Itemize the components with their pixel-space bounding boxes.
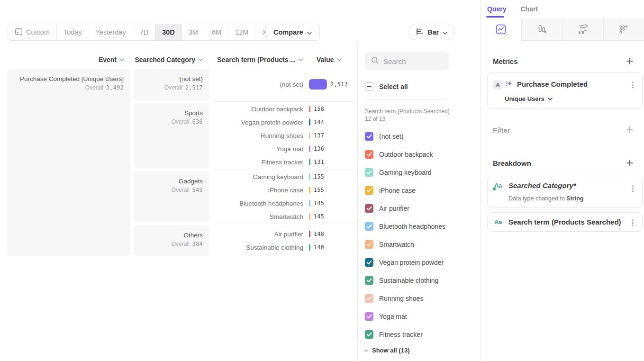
modified-asterisk: ✱ (492, 187, 496, 191)
tab-insights[interactable] (481, 18, 521, 41)
aggregation-selector[interactable]: Unique Users (505, 95, 553, 102)
search-term-row[interactable]: Vegan protein powder 144 (213, 116, 355, 129)
value-bar[interactable] (309, 159, 310, 165)
legend-item[interactable]: Outdoor backpack (365, 150, 433, 159)
string-property-icon: Aa (494, 218, 502, 226)
show-all-link[interactable]: Show all (13) (364, 347, 409, 354)
select-all-checkbox[interactable] (365, 82, 373, 91)
tab-retention[interactable] (603, 18, 644, 41)
tab-query[interactable]: Query (487, 5, 506, 13)
event-sparkle-icon (505, 80, 513, 90)
search-term-row[interactable]: Air purifier 148 (213, 227, 355, 241)
legend-item[interactable]: Smartwatch (365, 240, 414, 249)
add-breakdown-button[interactable] (625, 158, 635, 168)
value-bar[interactable] (309, 79, 327, 90)
legend-item[interactable]: (not set) (365, 132, 403, 141)
legend-checkbox[interactable] (365, 294, 373, 303)
date-range-today[interactable]: Today (56, 24, 89, 40)
legend-item[interactable]: Sustainable clothing (365, 276, 438, 285)
legend-item[interactable]: Air purifier (365, 204, 409, 213)
chevron-down-icon (307, 28, 312, 36)
flows-icon (577, 24, 589, 35)
legend-item[interactable]: Gaming keyboard (365, 168, 432, 177)
select-all-row[interactable]: Select all (365, 82, 408, 91)
value-bar[interactable] (309, 132, 310, 139)
column-header-event[interactable]: Event (7, 54, 124, 65)
legend-item[interactable]: Fitness tracker (365, 330, 423, 339)
value-bar[interactable] (309, 145, 310, 152)
value-text: 131 (314, 159, 324, 165)
check-icon (366, 258, 372, 267)
value-bar[interactable] (309, 106, 310, 112)
search-term-row[interactable]: Running shoes 137 (213, 129, 355, 142)
tab-chart[interactable]: Chart (520, 5, 538, 13)
chevron-down-icon (337, 58, 342, 61)
search-term-row[interactable]: Sustainable clothing 140 (213, 241, 355, 254)
value-bar[interactable] (309, 173, 310, 180)
value-bar[interactable] (309, 231, 310, 237)
breakdown-options-kebab[interactable] (628, 183, 637, 194)
date-range-custom[interactable]: Custom (8, 24, 56, 40)
legend-item[interactable]: iPhone case (365, 186, 416, 195)
value-bar[interactable] (309, 213, 310, 220)
search-term-label: Outdoor backpack (213, 106, 303, 113)
legend-checkbox[interactable] (365, 150, 373, 159)
date-range-6m[interactable]: 6M (205, 24, 228, 40)
search-term-row[interactable]: Outdoor backpack 158 (213, 102, 355, 116)
value-bar[interactable] (309, 119, 310, 126)
tab-flows[interactable] (562, 18, 603, 41)
event-cell[interactable]: Purchase Completed [Unique Users] Overal… (7, 69, 130, 256)
legend-checkbox[interactable] (365, 258, 373, 267)
search-term-row[interactable]: Fitness tracker 131 (213, 155, 355, 169)
search-input[interactable] (383, 57, 440, 65)
metric-options-kebab[interactable] (628, 79, 637, 90)
legend-checkbox[interactable] (365, 168, 373, 177)
column-header-search-term[interactable]: Search term (Products ... (213, 54, 303, 65)
search-term-row[interactable]: Bluetooth headphones 145 (213, 197, 355, 210)
legend-checkbox[interactable] (365, 132, 373, 141)
legend-checkbox[interactable] (365, 276, 373, 285)
date-range-7d[interactable]: 7D (133, 24, 155, 40)
value-bar[interactable] (309, 244, 310, 251)
tab-funnels[interactable] (521, 18, 562, 41)
legend-checkbox[interactable] (365, 204, 373, 213)
value-bar[interactable] (309, 200, 310, 207)
category-cell[interactable]: Others Overall384 (134, 225, 209, 256)
legend-checkbox[interactable] (365, 312, 373, 321)
compare-button[interactable]: Compare (265, 24, 320, 41)
date-range-yesterday[interactable]: Yesterday (89, 24, 133, 40)
add-metric-button[interactable] (625, 56, 635, 66)
legend-checkbox[interactable] (365, 240, 373, 249)
breakdown-card-searched-category[interactable]: Aa✱ Searched Category* Data type changed… (487, 176, 643, 208)
search-term-row[interactable]: iPhone case 155 (213, 183, 355, 197)
category-cell[interactable]: Sports Overall636 (134, 103, 209, 168)
category-cell[interactable]: (not set) Overall2,517 (134, 69, 209, 100)
search-term-row[interactable]: Yoga mat 136 (213, 142, 355, 155)
legend-item[interactable]: Vegan protein powder (365, 258, 444, 267)
legend-item[interactable]: Yoga mat (365, 312, 407, 321)
date-range-12m[interactable]: 12M (228, 24, 255, 40)
add-filter-button[interactable] (625, 125, 635, 135)
legend-checkbox[interactable] (365, 186, 373, 195)
search-term-row[interactable]: (not set) 2,517 (213, 78, 355, 91)
search-term-row[interactable]: Smartwatch 145 (213, 210, 355, 223)
search-term-label: Smartwatch (213, 213, 303, 220)
date-range-30d[interactable]: 30D (155, 24, 181, 40)
legend-item[interactable]: Running shoes (365, 294, 423, 303)
metric-card[interactable]: A Purchase Completed Unique Users (487, 72, 643, 109)
column-header-value[interactable]: Value (317, 54, 354, 65)
legend-checkbox[interactable] (365, 330, 373, 339)
category-cell[interactable]: Gadgets Overall545 (134, 171, 209, 222)
check-icon (366, 330, 372, 339)
legend-item[interactable]: Bluetooth headphones (365, 222, 445, 231)
legend-search[interactable] (365, 52, 449, 70)
search-term-row[interactable]: Gaming keyboard 155 (213, 170, 355, 183)
date-range-3m[interactable]: 3M (181, 24, 205, 40)
legend-item-label: Fitness tracker (379, 331, 423, 338)
value-bar[interactable] (309, 187, 310, 193)
column-header-searched-category[interactable]: Searched Category (134, 54, 203, 65)
breakdown-card-search-term[interactable]: Aa Search term (Products Searched) (487, 212, 643, 232)
breakdown-options-kebab[interactable] (628, 217, 637, 228)
chart-type-button[interactable]: Bar (408, 24, 455, 40)
legend-checkbox[interactable] (365, 222, 373, 231)
